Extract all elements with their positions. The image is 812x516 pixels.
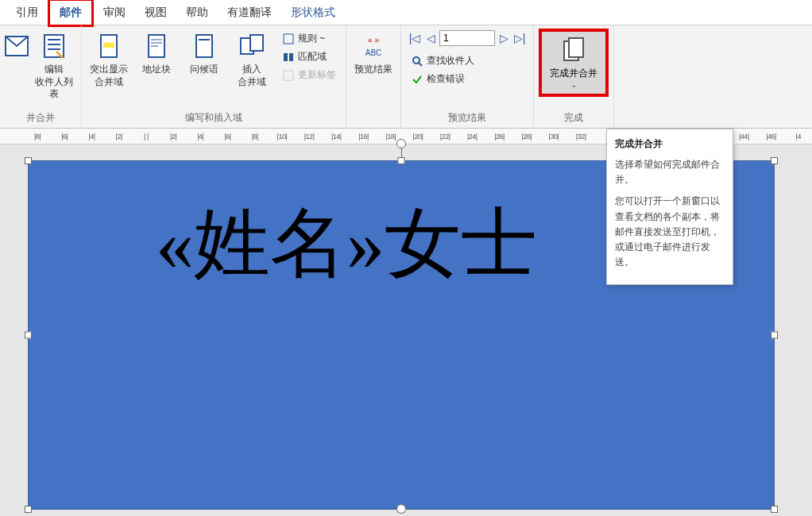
merge-field-text[interactable]: «姓名»女士 [156, 193, 537, 296]
svg-line-22 [419, 63, 422, 66]
resize-handle-mr[interactable] [771, 332, 778, 339]
resize-handle-tm[interactable] [398, 157, 405, 164]
recipients-icon [2, 32, 31, 60]
check-icon [411, 73, 423, 86]
group-write-fields: 突出显示合并域 地址块 问候语 插入合并域 [82, 25, 346, 128]
group-label-finish: 完成 [539, 110, 609, 126]
rotate-handle[interactable] [396, 139, 406, 148]
group-start-mail-merge: 编辑收件人列表 并合并 [0, 25, 82, 128]
svg-rect-17 [289, 53, 293, 61]
group-label-preview1 [351, 123, 396, 126]
svg-rect-18 [284, 71, 293, 80]
tab-review[interactable]: 审阅 [94, 1, 135, 25]
edit-handle[interactable] [396, 504, 406, 514]
ribbon: 编辑收件人列表 并合并 突出显示合并域 地址块 问候 [0, 25, 812, 129]
edit-list-label: 编辑收件人列表 [33, 64, 75, 101]
resize-handle-tl[interactable] [25, 157, 32, 164]
tooltip-text-1: 选择希望如何完成邮件合并。 [615, 157, 725, 187]
tab-help[interactable]: 帮助 [176, 1, 218, 25]
svg-point-21 [413, 57, 420, 64]
address-label: 地址块 [142, 64, 171, 76]
greeting-icon [190, 32, 218, 60]
next-record-button[interactable]: ▷ [497, 31, 511, 45]
resize-handle-ml[interactable] [25, 332, 32, 339]
rules-button[interactable]: 规则 ~ [279, 30, 339, 47]
update-icon [282, 69, 295, 82]
group-label-preview2: 预览结果 [406, 110, 528, 126]
search-icon [411, 55, 423, 67]
find-recipient-button[interactable]: 查找收件人 [408, 52, 527, 69]
finish-icon [559, 37, 588, 65]
match-icon [282, 51, 295, 64]
prev-record-button[interactable]: ◁ [423, 31, 438, 45]
edit-recipient-list-button[interactable]: 编辑收件人列表 [32, 29, 76, 104]
svg-rect-11 [196, 35, 212, 57]
check-errors-button[interactable]: 检查错误 [408, 71, 527, 87]
svg-rect-6 [103, 43, 114, 48]
svg-rect-1 [44, 35, 64, 57]
tab-view[interactable]: 视图 [135, 1, 176, 25]
greeting-line-button[interactable]: 问候语 [182, 29, 226, 79]
greeting-label: 问候语 [190, 64, 218, 76]
group-preview: « »ABC 预览结果 [346, 25, 401, 128]
highlight-label: 突出显示合并域 [90, 64, 128, 88]
svg-rect-14 [250, 35, 263, 51]
group-preview-results: |◁ ◁ ▷ ▷| 查找收件人 检查错误 预览结果 [401, 25, 534, 128]
tab-references[interactable]: 引用 [6, 1, 48, 25]
resize-handle-bl[interactable] [25, 506, 32, 513]
resize-handle-tr[interactable] [771, 157, 778, 164]
group-label-write: 编写和插入域 [87, 110, 341, 126]
record-number-input[interactable] [439, 30, 495, 46]
match-fields-button[interactable]: 匹配域 [279, 48, 339, 65]
tab-mailings[interactable]: 邮件 [48, 0, 94, 27]
svg-rect-16 [284, 53, 288, 61]
last-record-button[interactable]: ▷| [512, 31, 527, 45]
chevron-down-icon: ⌄ [570, 80, 577, 89]
finish-merge-tooltip: 完成并合并 选择希望如何完成邮件合并。 您可以打开一个新窗口以查看文档的各个副本… [606, 129, 733, 285]
address-icon [142, 32, 171, 60]
svg-rect-24 [569, 38, 583, 57]
insert-field-label: 插入合并域 [238, 64, 266, 88]
preview-icon: « »ABC [359, 32, 388, 60]
group-label-merge: 并合并 [5, 110, 76, 126]
edit-list-icon [40, 32, 68, 60]
record-nav: |◁ ◁ ▷ ▷| [408, 30, 527, 46]
preview-label: 预览结果 [354, 64, 392, 76]
finish-label: 完成并合并 [550, 67, 597, 80]
tooltip-title: 完成并合并 [615, 137, 725, 151]
group-finish: 完成并合并 ⌄ 完成 [534, 25, 614, 128]
svg-text:« »: « » [368, 36, 379, 44]
rules-icon [282, 33, 295, 45]
tab-youdao-translate[interactable]: 有道翻译 [218, 1, 281, 25]
select-recipients-button[interactable] [5, 29, 29, 67]
highlight-icon [95, 32, 123, 60]
svg-rect-15 [284, 34, 293, 44]
svg-text:ABC: ABC [365, 48, 382, 57]
preview-results-button[interactable]: « »ABC 预览结果 [351, 29, 396, 79]
resize-handle-br[interactable] [771, 506, 778, 513]
finish-merge-button[interactable]: 完成并合并 ⌄ [539, 29, 609, 97]
address-block-button[interactable]: 地址块 [134, 29, 179, 79]
tab-shape-format[interactable]: 形状格式 [281, 1, 345, 25]
insert-merge-field-button[interactable]: 插入合并域 [230, 29, 274, 91]
ribbon-tabs: 引用 邮件 审阅 视图 帮助 有道翻译 形状格式 [0, 0, 812, 25]
first-record-button[interactable]: |◁ [408, 31, 422, 45]
tooltip-text-2: 您可以打开一个新窗口以查看文档的各个副本，将邮件直接发送至打印机，或通过电子邮件… [615, 194, 725, 270]
highlight-merge-fields-button[interactable]: 突出显示合并域 [87, 29, 131, 91]
insert-field-icon [238, 32, 266, 60]
update-labels-button: 更新标签 [279, 67, 339, 83]
